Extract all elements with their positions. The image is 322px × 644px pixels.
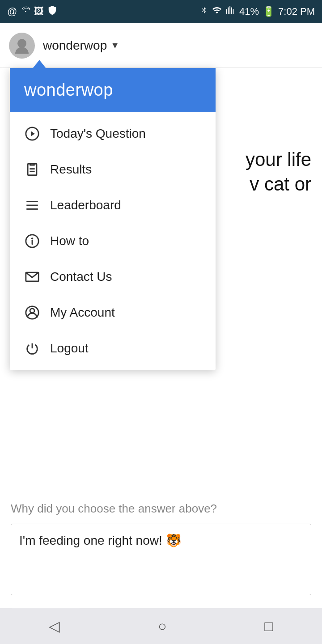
at-icon: @	[7, 6, 17, 17]
back-button[interactable]: ◁	[49, 618, 60, 635]
dropdown-menu: wonderwop Today's Question	[10, 68, 216, 370]
time: 7:02 PM	[278, 6, 315, 17]
menu-items: Today's Question Results	[10, 112, 216, 370]
play-circle-icon	[24, 126, 40, 142]
menu-item-contact-us-label: Contact Us	[50, 270, 112, 284]
menu-item-my-account-label: My Account	[50, 305, 115, 320]
username-label: wonderwop	[43, 38, 107, 53]
recent-button[interactable]: □	[264, 618, 273, 635]
home-button[interactable]: ○	[158, 618, 166, 635]
battery-icon: 🔋	[263, 6, 275, 17]
menu-item-todays-question[interactable]: Today's Question	[10, 116, 216, 152]
status-icons-left: @ 🖼	[7, 5, 57, 18]
battery-text: 41%	[239, 6, 259, 17]
info-icon	[24, 233, 40, 249]
chevron-down-icon: ▼	[110, 40, 119, 51]
svg-marker-2	[31, 131, 35, 136]
list-icon	[24, 197, 40, 213]
status-icons-right: 41% 🔋 7:02 PM	[200, 5, 315, 18]
dropdown-arrow-up	[32, 60, 47, 69]
image-icon: 🖼	[34, 6, 44, 17]
menu-item-leaderboard-label: Leaderboard	[50, 198, 121, 212]
wifi-call-icon	[21, 5, 30, 18]
account-circle-icon	[24, 305, 40, 321]
svg-point-14	[30, 309, 34, 313]
bluetooth-icon	[200, 5, 208, 18]
menu-item-leaderboard[interactable]: Leaderboard	[10, 187, 216, 223]
menu-item-contact-us[interactable]: Contact Us	[10, 259, 216, 295]
why-label: Why did you choose the answer above?	[11, 502, 311, 516]
avatar	[9, 33, 35, 59]
menu-item-how-to[interactable]: How to	[10, 223, 216, 259]
menu-item-results-label: Results	[50, 162, 92, 177]
menu-item-logout[interactable]: Logout	[10, 330, 216, 366]
power-icon	[24, 340, 40, 356]
username-row[interactable]: wonderwop ▼	[43, 38, 119, 53]
clipboard-icon	[24, 161, 40, 178]
menu-username: wonderwop	[24, 80, 113, 99]
bg-line2: v cat or	[246, 172, 311, 197]
wifi-icon	[212, 5, 222, 18]
menu-item-todays-question-label: Today's Question	[50, 127, 146, 141]
svg-point-0	[17, 39, 26, 48]
nav-bar: ◁ ○ □	[0, 608, 322, 644]
mail-icon	[24, 269, 40, 285]
background-text: your life v cat or	[246, 148, 311, 196]
menu-item-how-to-label: How to	[50, 234, 89, 248]
signal-icon	[226, 5, 236, 18]
bg-line1: your life	[246, 148, 311, 172]
vpn-icon	[47, 5, 57, 18]
menu-item-logout-label: Logout	[50, 341, 89, 356]
header: wonderwop ▼	[0, 23, 322, 68]
answer-textarea[interactable]	[11, 524, 311, 595]
menu-item-results[interactable]: Results	[10, 152, 216, 187]
menu-item-my-account[interactable]: My Account	[10, 295, 216, 330]
menu-header: wonderwop	[10, 68, 216, 112]
status-bar: @ 🖼 41% 🔋 7:02 PM	[0, 0, 322, 23]
